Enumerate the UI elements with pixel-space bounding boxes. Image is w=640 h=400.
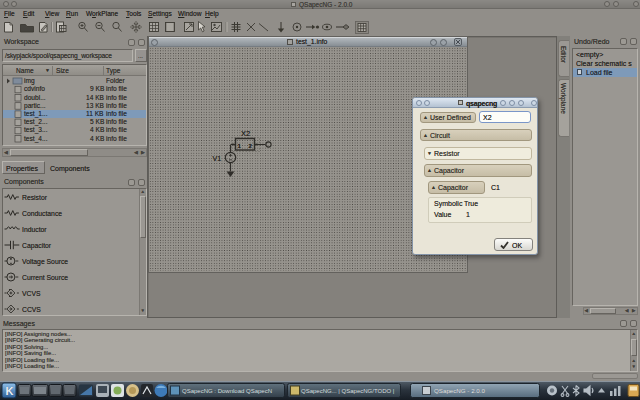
svg-text:info file: info file [106,110,127,117]
svg-text:Voltage Source: Voltage Source [22,258,68,266]
svg-text:Capacitor: Capacitor [22,242,52,250]
svg-text:CCVS: CCVS [22,306,41,313]
svg-text:info file: info file [106,94,127,101]
svg-text:test_2...: test_2... [24,118,48,126]
svg-text:4 KB: 4 KB [90,135,105,142]
svg-text:info file: info file [106,135,127,142]
svg-text:test_4...: test_4... [24,135,48,143]
svg-text:QSapecNG - 2.0.0: QSapecNG - 2.0.0 [434,387,485,394]
svg-text:Folder: Folder [106,77,125,84]
svg-text:K: K [6,385,14,397]
svg-text:QSapecNG... | QSapecNG/TODO |: QSapecNG... | QSapecNG/TODO | [301,388,395,394]
svg-text:V1: V1 [213,155,222,162]
svg-text:Resistor: Resistor [22,194,48,201]
svg-text:Inductor: Inductor [22,226,47,233]
svg-text:4 KB: 4 KB [90,126,105,133]
svg-text:test_3...: test_3... [24,126,48,134]
svg-text:img: img [24,77,35,85]
svg-text:info file: info file [106,102,127,109]
svg-text:QSapecNG : Download QSapecN: QSapecNG : Download QSapecN [182,388,272,394]
svg-text:info file: info file [106,85,127,92]
svg-text:14 KB: 14 KB [86,94,105,101]
svg-text:13 KB: 13 KB [86,102,105,109]
svg-text:info file: info file [106,118,127,125]
svg-text:partic...: partic... [24,102,46,110]
svg-text:Conductance: Conductance [22,210,62,217]
svg-text:11 KB: 11 KB [86,110,104,117]
svg-text:5 KB: 5 KB [90,118,105,125]
svg-text:X2: X2 [241,129,250,138]
svg-text:cdvinfo: cdvinfo [24,85,45,92]
svg-text:info file: info file [106,126,127,133]
svg-text:doubl...: doubl... [24,94,46,101]
svg-text:Current Source: Current Source [22,274,68,281]
svg-text:VCVS: VCVS [22,290,41,297]
svg-text:9 KB: 9 KB [90,85,105,92]
svg-text:test_1...: test_1... [24,110,48,118]
